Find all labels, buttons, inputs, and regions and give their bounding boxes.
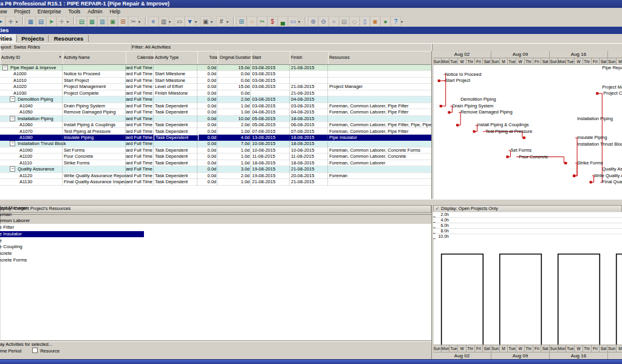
cell-calendar[interactable]: Standard Full Time <box>126 160 153 166</box>
cell-resources[interactable] <box>328 116 431 121</box>
resource-row[interactable]: Pipe Coupling <box>0 244 144 251</box>
cost-icon[interactable]: $ <box>267 16 278 27</box>
cell-type[interactable] <box>154 65 197 70</box>
cell-type[interactable] <box>154 141 197 146</box>
clock-icon[interactable]: ○ <box>247 16 257 27</box>
diamond-icon[interactable]: ◇ <box>349 16 360 27</box>
add-icon[interactable]: ⊞ <box>236 16 247 27</box>
timescale-day[interactable]: Fri <box>592 345 600 352</box>
cell-resources[interactable] <box>328 96 431 102</box>
filter-section[interactable]: Filter: All Activities <box>130 43 432 51</box>
cell-type[interactable]: Task Dependent <box>154 173 197 178</box>
cell-resources[interactable]: Foreman, Common Laborer, Concrete <box>328 153 431 159</box>
cell-finish[interactable]: 04-08-2015 <box>290 109 328 115</box>
dropdown-arrow-icon[interactable]: ▾ <box>298 19 300 24</box>
cell-resources[interactable]: Foreman, Common Laborer <box>328 160 431 166</box>
cell-orig_duration[interactable]: 15.0d <box>217 65 251 70</box>
cell-total_float[interactable]: 0.0d <box>197 179 218 184</box>
cell-name[interactable]: Project Management <box>63 84 126 89</box>
cell-start[interactable]: 03-08-2015 <box>251 65 290 70</box>
table-row[interactable]: A1130Final Quality Assurance InspectionS… <box>0 179 431 185</box>
chart-icon[interactable]: ▄ <box>278 16 288 27</box>
menu-tools[interactable]: Tools <box>65 8 84 16</box>
cell-type[interactable]: Task Dependent <box>154 153 197 159</box>
table-row[interactable]: −Quality AssuranceStandard Full Time0.0d… <box>0 166 431 172</box>
cell-orig_duration[interactable]: 1.0d <box>217 109 251 115</box>
timescale-day[interactable]: Fri <box>475 345 484 352</box>
cell-resources[interactable] <box>328 166 431 172</box>
cell-total_float[interactable]: 0.0d <box>197 78 218 83</box>
timescale-day[interactable]: W <box>575 345 583 352</box>
help-icon[interactable]: ? <box>391 16 401 27</box>
menu-admin[interactable]: Admin <box>84 8 106 16</box>
cell-orig_duration[interactable]: 1.0d <box>217 160 251 166</box>
cell-name[interactable]: Write Quality Assurance Report <box>63 173 126 178</box>
cell-type[interactable]: Task Dependent <box>154 103 197 109</box>
tab-projects[interactable]: Projects <box>18 34 47 43</box>
run-icon[interactable]: ➤ <box>46 16 56 27</box>
cell-start[interactable]: 03-08-2015 <box>251 71 290 76</box>
globe-icon[interactable]: ● <box>380 16 391 27</box>
cell-total_float[interactable]: 0.0d <box>197 109 218 115</box>
cell-type[interactable]: Task Dependent <box>154 122 197 127</box>
cell-calendar[interactable]: Standard Full Time <box>126 78 153 83</box>
cell-resources[interactable]: Foreman, Common Laborer, Pipe Fitter, Pi… <box>328 122 431 127</box>
cell-finish[interactable]: 11-08-2015 <box>290 153 328 159</box>
cell-id[interactable]: −Quality Assurance <box>0 166 63 172</box>
cell-finish[interactable]: 21-08-2015 <box>290 179 328 184</box>
cell-calendar[interactable]: Standard Full Time <box>126 122 153 127</box>
table-row[interactable]: −Installation PipingStandard Full Time0.… <box>0 116 431 122</box>
timescale-week[interactable]: Aug 16 <box>550 352 608 359</box>
resource-row[interactable]: Concrete <box>0 251 144 257</box>
cell-id[interactable]: −Demolition Piping <box>0 96 63 102</box>
select-icon[interactable]: ➤ <box>0 16 5 27</box>
layout-section[interactable]: Layout: Swiss Rides <box>0 43 131 51</box>
cell-name[interactable]: Install Piping & Couplings <box>63 122 126 127</box>
scissors-icon[interactable]: ✂ <box>257 16 267 27</box>
cell-orig_duration[interactable]: 1.0d <box>217 179 251 184</box>
cell-calendar[interactable]: Standard Full Time <box>126 65 153 70</box>
cell-calendar[interactable]: Standard Full Time <box>126 173 153 178</box>
monitor-icon[interactable]: ▭ <box>288 16 298 27</box>
column-header-type[interactable]: Activity Type <box>154 51 199 65</box>
cell-resources[interactable]: Pipe Insulator <box>328 135 431 140</box>
cell-resources[interactable] <box>328 179 431 184</box>
columns-icon[interactable]: ▥ <box>159 16 169 27</box>
menu-view[interactable]: View <box>0 8 10 16</box>
menu-help[interactable]: Help <box>106 8 123 16</box>
cell-calendar[interactable]: Standard Full Time <box>126 109 153 115</box>
cell-calendar[interactable]: Standard Full Time <box>126 90 153 96</box>
cell-start[interactable]: 13-08-2015 <box>251 135 290 140</box>
timescale-day[interactable]: Sat <box>541 345 550 352</box>
cell-finish[interactable]: 21-08-2015 <box>290 65 328 70</box>
column-header-calendar[interactable]: Calendar <box>126 51 157 65</box>
table-row[interactable]: A1030Project CompleteStandard Full TimeF… <box>0 90 431 96</box>
cell-resources[interactable]: Foreman, Common Laborer, Pipe Fitter <box>328 109 431 115</box>
cell-start[interactable]: 19-08-2015 <box>251 173 290 178</box>
bars-icon[interactable]: ≡ <box>148 16 159 27</box>
cell-type[interactable]: Task Dependent <box>154 135 199 141</box>
cell-calendar[interactable]: Standard Full Time <box>126 84 153 89</box>
cell-finish[interactable]: 03-08-2015 <box>290 103 328 109</box>
time-period-label[interactable]: Time Period <box>0 348 21 355</box>
cell-name[interactable]: Insulate Piping <box>63 135 126 140</box>
cell-resources[interactable]: Foreman <box>328 173 431 178</box>
dropdown-arrow-icon[interactable]: ▾ <box>138 19 140 24</box>
timescale-day[interactable]: Thr <box>466 345 475 352</box>
dropdown-arrow-icon[interactable]: ▾ <box>401 19 403 24</box>
number-icon[interactable]: # <box>216 16 227 27</box>
copy-icon[interactable]: ▣ <box>108 16 118 27</box>
cell-start[interactable]: 03-08-2015 <box>251 96 290 102</box>
table-icon[interactable]: ▤ <box>36 16 46 27</box>
collapse-icon[interactable]: − <box>10 141 15 146</box>
cell-total_float[interactable]: 0.0d <box>197 160 218 166</box>
comment-icon[interactable]: ◙ <box>370 16 380 27</box>
table-row[interactable]: A1040Drain Piping SystemStandard Full Ti… <box>0 103 431 109</box>
cell-finish[interactable]: 04-08-2015 <box>290 96 328 102</box>
timescale-day[interactable]: Thr <box>525 345 533 352</box>
cell-resources[interactable] <box>328 71 431 76</box>
cell-start[interactable]: 03-08-2015 <box>251 84 290 89</box>
dropdown-arrow-icon[interactable]: ▾ <box>211 19 213 24</box>
cell-orig_duration[interactable]: 2.0d <box>217 122 251 127</box>
cell-orig_duration[interactable]: 2.0d <box>217 96 251 102</box>
